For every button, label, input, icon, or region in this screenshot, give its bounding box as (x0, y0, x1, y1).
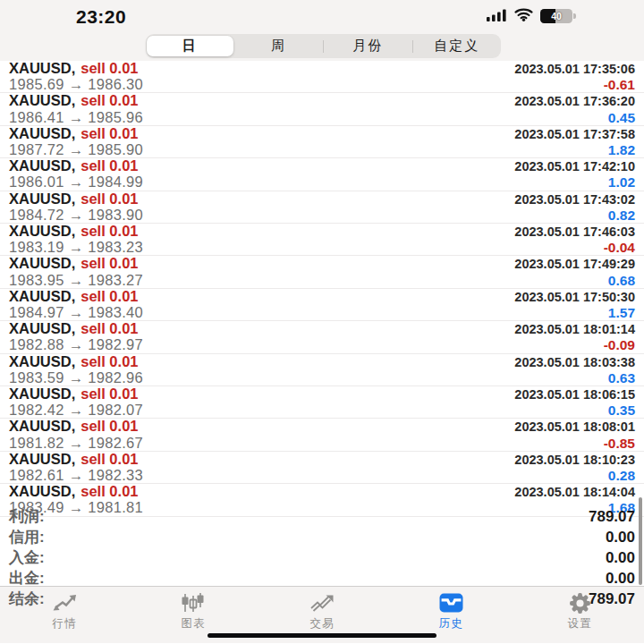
trade-profit: 0.45 (608, 110, 635, 125)
tab-图表[interactable]: 图表 (129, 592, 258, 631)
trade-row[interactable]: XAUUSD,sell 0.012023.05.01 17:46:031983.… (0, 224, 644, 256)
trade-close-time: 2023.05.01 17:50:30 (514, 290, 635, 305)
trade-row[interactable]: XAUUSD,sell 0.012023.05.01 17:37:581987.… (0, 126, 644, 158)
trade-profit: 0.82 (608, 208, 635, 223)
trade-close-time: 2023.05.01 18:14:04 (514, 485, 635, 500)
trade-profit: -0.85 (604, 436, 635, 451)
segment-divider (323, 40, 324, 53)
trade-close-time: 2023.05.01 17:43:02 (514, 192, 635, 208)
trade-row[interactable]: XAUUSD,sell 0.012023.05.01 18:10:231982.… (0, 452, 644, 484)
trade-profit: 0.28 (608, 468, 635, 483)
trade-side-volume: sell 0.01 (80, 191, 138, 207)
tab-行情[interactable]: 行情 (0, 592, 129, 631)
period-tab-月份[interactable]: 月份 (325, 36, 411, 56)
trade-side-volume: sell 0.01 (80, 353, 138, 369)
trade-close-time: 2023.05.01 18:06:15 (514, 387, 635, 402)
battery-percent: 40 (551, 11, 562, 21)
trade-row[interactable]: XAUUSD,sell 0.012023.05.01 18:01:141982.… (0, 321, 644, 353)
trade-close-time: 2023.05.01 17:46:03 (514, 225, 635, 240)
trade-open-close-prices: 1986.41 → 1985.96 (9, 110, 143, 125)
trade-open-close-prices: 1985.69 → 1986.30 (9, 77, 143, 92)
trade-open-close-prices: 1984.72 → 1983.90 (9, 208, 143, 223)
trade-side-volume: sell 0.01 (80, 125, 138, 141)
trade-profit: 1.02 (608, 174, 635, 190)
trade-side-volume: sell 0.01 (80, 92, 138, 108)
app-screen: 23:20 (0, 0, 644, 644)
trade-row[interactable]: XAUUSD,sell 0.012023.05.01 18:06:151982.… (0, 386, 644, 419)
trade-symbol: XAUUSD, (9, 451, 75, 467)
trade-side-volume: sell 0.01 (80, 255, 138, 271)
trade-row[interactable]: XAUUSD,sell 0.012023.05.01 17:35:061985.… (0, 61, 644, 93)
trade-close-time: 2023.05.01 17:49:29 (514, 257, 635, 272)
trade-profit: -0.61 (604, 77, 635, 92)
summary-row: 信用:0.00 (0, 527, 644, 547)
trade-profit: 1.57 (608, 305, 635, 320)
tab-label: 历史 (439, 616, 463, 631)
summary-row: 利润:789.07 (0, 506, 644, 527)
trade-row[interactable]: XAUUSD,sell 0.012023.05.01 18:08:011981.… (0, 419, 644, 451)
summary-label: 出金: (9, 568, 45, 589)
period-tab-日[interactable]: 日 (147, 36, 233, 56)
tab-label: 交易 (310, 616, 335, 631)
scroll-indicator[interactable] (639, 497, 642, 585)
trade-side-volume: sell 0.01 (80, 60, 138, 76)
trade-open-close-prices: 1981.82 → 1982.67 (9, 436, 143, 451)
home-indicator[interactable] (208, 633, 436, 638)
trade-symbol: XAUUSD, (9, 418, 75, 434)
trade-close-time: 2023.05.01 17:37:58 (514, 127, 635, 142)
period-filter-area: 日周月份自定义 (0, 34, 644, 61)
period-tab-自定义[interactable]: 自定义 (414, 36, 501, 56)
trade-profit: -0.04 (604, 240, 635, 255)
summary-value: 789.07 (589, 508, 635, 526)
quotes-icon (51, 592, 78, 614)
trade-symbol: XAUUSD, (9, 483, 75, 499)
summary-label: 利润: (9, 506, 45, 527)
trade-symbol: XAUUSD, (9, 92, 75, 108)
trade-close-time: 2023.05.01 18:03:38 (514, 355, 635, 370)
trade-side-volume: sell 0.01 (80, 451, 138, 467)
trade-side-volume: sell 0.01 (80, 386, 138, 402)
trade-row[interactable]: XAUUSD,sell 0.012023.05.01 17:50:301984.… (0, 289, 644, 321)
summary-row: 出金:0.00 (0, 568, 644, 589)
trade-profit: 1.82 (608, 142, 635, 157)
trade-symbol: XAUUSD, (9, 288, 75, 304)
trade-open-close-prices: 1983.19 → 1983.23 (9, 240, 143, 255)
trade-row[interactable]: XAUUSD,sell 0.012023.05.01 18:03:381983.… (0, 354, 644, 386)
tab-label: 设置 (568, 616, 592, 631)
segment-divider (412, 40, 413, 53)
trade-open-close-prices: 1983.95 → 1983.27 (9, 273, 143, 288)
clock: 23:20 (0, 6, 126, 28)
trade-symbol: XAUUSD, (9, 191, 75, 207)
tab-label: 图表 (182, 616, 206, 631)
trade-close-time: 2023.05.01 17:42:10 (514, 159, 635, 174)
trade-row[interactable]: XAUUSD,sell 0.012023.05.01 17:43:021984.… (0, 191, 644, 224)
trade-open-close-prices: 1982.88 → 1982.97 (9, 337, 143, 352)
trade-close-time: 2023.05.01 18:08:01 (514, 419, 635, 435)
status-icons: 40 (487, 7, 576, 25)
trade-symbol: XAUUSD, (9, 60, 75, 76)
signal-strength-icon (487, 7, 507, 25)
summary-label: 信用: (9, 527, 45, 547)
trade-row[interactable]: XAUUSD,sell 0.012023.05.01 17:42:101986.… (0, 158, 644, 191)
trade-side-volume: sell 0.01 (80, 223, 138, 239)
trade-row[interactable]: XAUUSD,sell 0.012023.05.01 17:49:291983.… (0, 256, 644, 288)
tab-设置[interactable]: 设置 (515, 592, 644, 631)
trade-row[interactable]: XAUUSD,sell 0.012023.05.01 17:36:201986.… (0, 93, 644, 125)
account-summary: 利润:789.07信用:0.00入金:0.00出金:0.00结余:789.07 (0, 506, 644, 586)
battery-icon: 40 (540, 9, 576, 23)
trade-side-volume: sell 0.01 (80, 483, 138, 499)
trade-symbol: XAUUSD, (9, 353, 75, 369)
tab-label: 行情 (53, 616, 77, 631)
tab-历史[interactable]: 历史 (386, 592, 515, 631)
tab-交易[interactable]: 交易 (258, 592, 386, 631)
period-segmented-control: 日周月份自定义 (146, 34, 501, 58)
trade-history-list: XAUUSD,sell 0.012023.05.01 17:35:061985.… (0, 61, 644, 506)
trade-side-volume: sell 0.01 (80, 157, 138, 174)
trade-open-close-prices: 1986.01 → 1984.99 (9, 174, 143, 190)
trade-symbol: XAUUSD, (9, 255, 75, 271)
period-tab-周[interactable]: 周 (236, 36, 323, 56)
trade-icon (309, 592, 335, 614)
charts-icon (181, 592, 206, 614)
trade-profit: -0.09 (604, 337, 635, 352)
trade-close-time: 2023.05.01 17:36:20 (514, 94, 635, 109)
